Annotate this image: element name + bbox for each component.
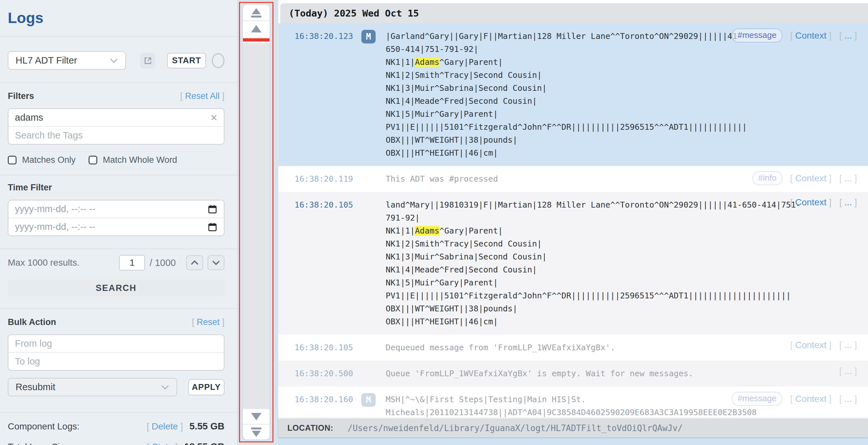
jump-to-top-icon-bar [251, 15, 261, 18]
log-message-line: NK1|4|Meade^Fred|Second Cousin| [386, 263, 853, 276]
location-path: /Users/nweidenfeld/Library/IguanaX/logt/… [348, 423, 683, 433]
log-row-actions: [ ... ] [839, 366, 857, 376]
chevron-down-icon [161, 384, 169, 390]
previous-page-button[interactable] [186, 255, 203, 270]
log-message-line: NK1|1|Adams^Gary|Parent| [386, 224, 853, 237]
context-button[interactable]: [ Context ] [790, 394, 832, 404]
time-filter-to-input[interactable]: yyyy-mm-dd, --:-- -- [8, 218, 224, 235]
log-message-line: 650-414|751-791-92| [386, 43, 853, 56]
log-message-line: 791-92| [386, 212, 853, 224]
external-link-icon [143, 56, 153, 65]
time-filter-group: yyyy-mm-dd, --:-- -- yyyy-mm-dd, --:-- -… [8, 200, 224, 236]
reset-all-button[interactable]: [ Reset All ] [180, 91, 224, 101]
log-row[interactable]: 16:38:20.105land^Mary||19810319|F||Marti… [278, 192, 868, 335]
context-button[interactable]: [ Context ] [790, 197, 832, 208]
clear-search-icon[interactable]: × [211, 112, 217, 124]
step-up-button[interactable] [243, 21, 270, 36]
log-row[interactable]: 16:38:20.119This ADT was #processed#info… [278, 166, 868, 192]
search-button[interactable]: SEARCH [8, 280, 224, 296]
logs-sidebar: Logs HL7 ADT Filter START Filters [ Rese… [0, 0, 238, 445]
chevron-up-icon [190, 259, 199, 266]
open-external-button[interactable] [140, 53, 155, 69]
context-button[interactable]: [ Context ] [790, 31, 832, 41]
jump-to-top-icon [252, 8, 261, 14]
log-message-line: NK1|3|Muir^Sabrina|Second Cousin| [386, 82, 853, 95]
match-whole-word-label: Match Whole Word [103, 155, 177, 165]
start-button[interactable]: START [167, 53, 206, 68]
from-log-input[interactable] [15, 338, 217, 349]
next-page-button[interactable] [208, 255, 224, 270]
page-number-input[interactable] [119, 255, 145, 271]
bulk-action-select[interactable]: Resubmit [8, 378, 177, 396]
bulk-reset-button[interactable]: [ Reset ] [192, 317, 224, 327]
time-filter-from-input[interactable]: yyyy-mm-dd, --:-- -- [8, 200, 224, 218]
calendar-icon[interactable] [208, 222, 217, 232]
more-button[interactable]: [ ... ] [839, 31, 857, 41]
log-message-text: land^Mary||19810319|F||Martian|128 Mille… [386, 198, 856, 328]
more-button[interactable]: [ ... ] [839, 340, 857, 350]
tag-badge[interactable]: #message [732, 392, 782, 406]
log-message-text: |Garland^Gary||Gary|F||Martian|128 Mille… [386, 30, 856, 160]
message-type-badge-slot [351, 341, 386, 354]
matches-only-checkbox[interactable]: Matches Only [8, 155, 75, 165]
calendar-icon[interactable] [208, 204, 217, 214]
more-button[interactable]: [ ... ] [839, 366, 857, 376]
divider [0, 249, 238, 249]
more-button[interactable]: [ ... ] [839, 197, 857, 208]
log-row[interactable]: 16:38:20.500Queue 'FromLLP_1WVEafxiXaYgB… [278, 361, 868, 387]
search-input-group: × [8, 108, 224, 145]
arrow-up-icon [251, 25, 261, 32]
log-row-actions: [ Context ][ ... ] [790, 340, 857, 350]
message-type-badge-slot [351, 367, 386, 380]
chevron-down-icon [212, 259, 221, 266]
log-row-actions: #message[ Context ][ ... ] [732, 29, 857, 42]
log-message-line: NK1|2|Smith^Tracy|Second Cousin| [386, 69, 853, 82]
more-button[interactable]: [ ... ] [839, 173, 857, 184]
checkbox-icon[interactable] [8, 156, 17, 164]
component-filter-select[interactable]: HL7 ADT Filter [8, 51, 126, 70]
message-type-badge-slot [351, 198, 386, 328]
page-total-text: / 1000 [150, 257, 176, 268]
context-button[interactable]: [ Context ] [790, 340, 832, 350]
tag-badge[interactable]: #info [752, 171, 782, 185]
log-message-line: NK1|4|Meade^Fred|Second Cousin| [386, 95, 853, 108]
jump-to-bottom-button[interactable] [243, 424, 270, 440]
component-logs-size: 5.55 GB [189, 421, 224, 432]
log-row[interactable]: 16:38:20.105Dequeued message from 'FromL… [278, 335, 868, 361]
checkbox-icon[interactable] [89, 156, 97, 164]
search-input[interactable] [15, 112, 211, 123]
matches-only-label: Matches Only [22, 155, 75, 165]
apply-button[interactable]: APPLY [188, 379, 224, 395]
tags-search-input[interactable] [15, 130, 217, 141]
tag-badge[interactable]: #message [732, 29, 782, 42]
log-message-line: Queue 'FromLLP_1WVEafxiXaYgBx' is empty.… [386, 367, 853, 380]
divider [0, 36, 238, 37]
jump-to-bottom-icon [252, 431, 261, 437]
chevron-down-icon [110, 58, 118, 64]
log-timestamp: 16:38:20.105 [294, 341, 351, 354]
jump-to-top-button[interactable] [243, 5, 270, 21]
scroll-position-indicator[interactable] [243, 38, 270, 41]
delete-logs-button[interactable]: [ Delete ] [147, 421, 183, 432]
to-log-input[interactable] [15, 356, 217, 367]
log-timestamp: 16:38:20.105 [294, 198, 351, 328]
log-message-line: NK1|2|Smith^Tracy|Second Cousin| [386, 237, 853, 250]
scroll-track[interactable] [243, 43, 270, 408]
log-message-text: Dequeued message from 'FromLLP_1WVEafxiX… [386, 341, 856, 354]
more-button[interactable]: [ ... ] [839, 394, 857, 404]
status-indicator [212, 53, 224, 68]
log-timestamp: 16:38:20.160 [294, 393, 351, 419]
scroll-navigator-inner [243, 5, 270, 440]
log-row[interactable]: 16:38:20.123M|Garland^Gary||Gary|F||Mart… [278, 23, 868, 166]
log-timestamp: 16:38:20.123 [294, 30, 351, 160]
total-logs-size: 18.55 GB [184, 441, 224, 445]
component-logs-label: Component Logs: [8, 421, 80, 432]
divider [0, 412, 238, 413]
context-button[interactable]: [ Context ] [790, 173, 832, 184]
match-whole-word-checkbox[interactable]: Match Whole Word [89, 155, 177, 165]
date-header: (Today) 2025 Wed Oct 15 [280, 3, 868, 23]
stats-button[interactable]: [ Stats ] [147, 442, 178, 445]
log-row-actions: #message[ Context ][ ... ] [732, 392, 857, 406]
message-type-badge: M [361, 393, 376, 407]
step-down-button[interactable] [243, 408, 270, 424]
